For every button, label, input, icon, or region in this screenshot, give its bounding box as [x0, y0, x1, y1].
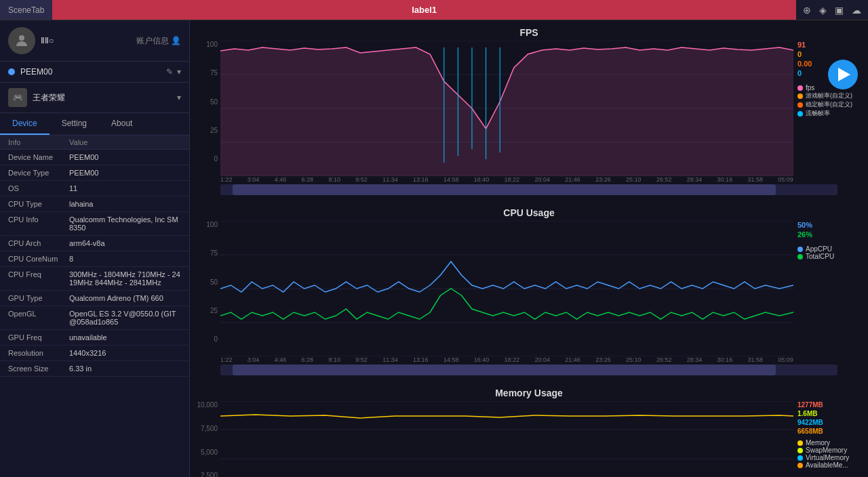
legend-available: AvailableMe... — [797, 461, 868, 469]
mem-val1: 1277MB — [797, 401, 868, 409]
memory-chart-body: 10,000 7,500 5,000 2,500 0 — [190, 401, 868, 477]
tab-setting[interactable]: Setting — [50, 113, 99, 135]
row-value: OpenGL ES 3.2 V@0550.0 (GIT@058ad1o865 — [69, 310, 181, 326]
table-header: Info Value — [0, 136, 189, 150]
row-info: GPU Freq — [8, 333, 69, 341]
device-selector[interactable]: PEEM00 ✎ ▾ — [0, 62, 189, 83]
smooth-fps-dot — [797, 111, 803, 117]
row-info: CPU Type — [8, 200, 69, 208]
user-info: ⅡⅡ○ — [41, 36, 54, 45]
memory-dot — [797, 440, 803, 446]
device-info-table: Info Value Device Name PEEM00 Device Typ… — [0, 136, 189, 477]
table-row: Device Type PEEM00 — [0, 165, 189, 181]
row-info: GPU Type — [8, 294, 69, 302]
row-value: PEEM00 — [69, 153, 181, 161]
memory-svg-area — [220, 401, 793, 477]
edit-icon[interactable]: ✎ — [166, 67, 173, 77]
memory-svg — [220, 401, 793, 477]
table-row: GPU Type Qualcomm Adreno (TM) 660 — [0, 291, 189, 306]
user-section: ⅡⅡ○ 账户信息 👤 — [0, 20, 189, 62]
tab-device[interactable]: Device — [0, 113, 50, 135]
table-row: CPU Freq 300MHz - 1804MHz 710MHz - 2419M… — [0, 267, 189, 291]
row-value: arm64-v8a — [69, 239, 181, 247]
game-chevron-icon[interactable]: ▾ — [177, 93, 181, 102]
play-button[interactable] — [828, 60, 858, 89]
legend-smooth-fps: 流畅帧率 — [797, 109, 868, 118]
cpu-val1: 50% — [797, 221, 868, 229]
row-value: 8 — [69, 255, 181, 263]
cpu-legend: 50% 26% AppCPU TotalCPU — [793, 221, 868, 356]
cpu-val2: 26% — [797, 230, 868, 239]
row-value: 11 — [69, 184, 181, 192]
row-value: 1440x3216 — [69, 349, 181, 357]
memory-title: Memory Usage — [190, 388, 868, 398]
main-layout: ⅡⅡ○ 账户信息 👤 PEEM00 ✎ ▾ 🎮 王者荣耀 ▾ Device — [0, 20, 868, 477]
avatar — [8, 27, 35, 54]
fps-val1: 91 — [797, 41, 868, 49]
fps-legend: 91 0 0.00 0 fps 游戏帧率(自定义) — [793, 41, 868, 176]
chevron-down-icon[interactable]: ▾ — [177, 67, 181, 77]
device-status-dot — [8, 68, 15, 75]
table-row: CPU Type lahaina — [0, 196, 189, 212]
cloud-icon[interactable]: ☁ — [852, 5, 861, 16]
game-selector[interactable]: 🎮 王者荣耀 ▾ — [0, 83, 189, 113]
row-value: unavailable — [69, 333, 181, 341]
memory-legend: 1277MB 1.6MB 9422MB 6658MB Memory SwapMe… — [793, 401, 868, 477]
location-icon[interactable]: ⊕ — [803, 5, 811, 16]
charts-area: FPS 100 75 50 25 0 — [190, 20, 868, 477]
fps-svg-area — [220, 41, 793, 176]
device-icons: ✎ ▾ — [166, 67, 181, 77]
fps-scrollbar[interactable] — [220, 184, 837, 195]
table-row: CPU Arch arm64-v8a — [0, 236, 189, 251]
legend-swap: SwapMemory — [797, 447, 868, 454]
cpu-scrollbar-thumb[interactable] — [233, 365, 776, 375]
scene-label: SceneTab — [8, 5, 44, 15]
mem-val2: 1.6MB — [797, 410, 868, 417]
fps-dot — [797, 85, 803, 91]
game-fps-dot — [797, 94, 803, 99]
table-row: OpenGL OpenGL ES 3.2 V@0550.0 (GIT@058ad… — [0, 306, 189, 330]
table-row: Device Name PEEM00 — [0, 150, 189, 165]
legend-appcpu: AppCPU — [797, 245, 868, 253]
settings-icon[interactable]: ◈ — [819, 5, 827, 16]
row-value: 300MHz - 1804MHz 710MHz - 2419MHz 844MHz… — [69, 270, 181, 287]
row-info: CPU CoreNum — [8, 255, 69, 263]
sidebar: ⅡⅡ○ 账户信息 👤 PEEM00 ✎ ▾ 🎮 王者荣耀 ▾ Device — [0, 20, 190, 477]
row-value: 6.33 in — [69, 365, 181, 373]
fps-chart: FPS 100 75 50 25 0 — [190, 20, 868, 201]
table-row: OS 11 — [0, 181, 189, 196]
legend-virtual: VirtualMemory — [797, 454, 868, 461]
row-value: Qualcomm Adreno (TM) 660 — [69, 294, 181, 302]
row-info: CPU Freq — [8, 270, 69, 278]
cpu-scrollbar[interactable] — [220, 365, 837, 375]
memory-y-axis: 10,000 7,500 5,000 2,500 0 — [190, 401, 220, 477]
fps-title: FPS — [190, 27, 868, 38]
table-row: CPU Info Qualcomm Technologies, Inc SM83… — [0, 212, 189, 236]
cpu-chart: CPU Usage 100 75 50 25 0 — [190, 201, 868, 381]
device-name: PEEM00 — [20, 67, 161, 77]
row-value: Qualcomm Technologies, Inc SM8350 — [69, 215, 181, 232]
cpu-y-axis: 100 75 50 25 0 — [190, 221, 220, 356]
user-name: ⅡⅡ○ — [41, 36, 54, 45]
account-label[interactable]: 账户信息 👤 — [136, 35, 181, 47]
scene-tab[interactable]: SceneTab — [0, 0, 52, 20]
stable-fps-dot — [797, 102, 803, 108]
table-row: GPU Freq unavailable — [0, 330, 189, 346]
game-name: 王者荣耀 — [33, 92, 172, 104]
fps-val2: 0 — [797, 50, 868, 58]
mem-val3: 9422MB — [797, 419, 868, 426]
legend-memory: Memory — [797, 439, 868, 447]
cpu-chart-body: 100 75 50 25 0 — [190, 221, 868, 356]
folder-icon[interactable]: ▣ — [835, 5, 844, 16]
row-info: CPU Info — [8, 215, 69, 224]
legend-game-fps: 游戏帧率(自定义) — [797, 91, 868, 100]
tab-about[interactable]: About — [99, 113, 144, 135]
fps-scrollbar-thumb[interactable] — [233, 184, 776, 195]
fps-y-axis: 100 75 50 25 0 — [190, 41, 220, 176]
mem-val4: 6658MB — [797, 428, 868, 435]
row-info: Resolution — [8, 349, 69, 357]
top-icons: ⊕ ◈ ▣ ☁ — [796, 0, 868, 20]
table-row: Screen Size 6.33 in — [0, 361, 189, 377]
row-info: CPU Arch — [8, 239, 69, 247]
row-info: Device Type — [8, 169, 69, 177]
